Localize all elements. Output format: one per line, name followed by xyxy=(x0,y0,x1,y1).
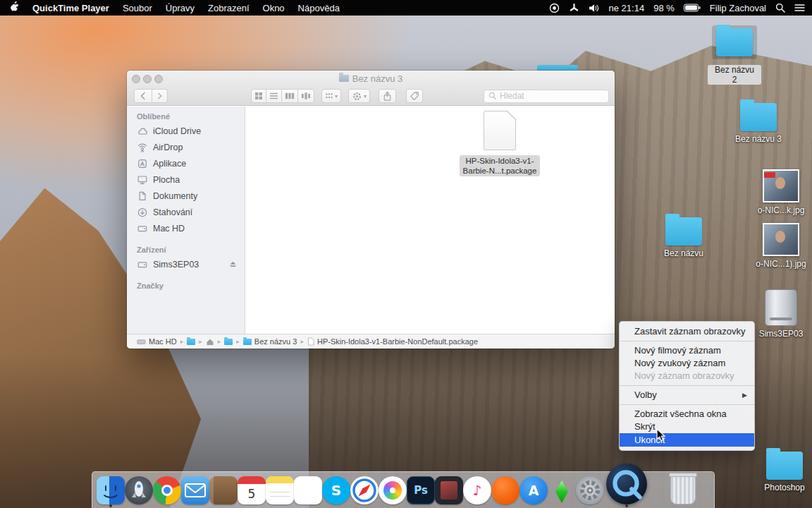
sidebar-item-aplikace[interactable]: Aplikace xyxy=(127,155,245,171)
path-separator-icon: ▸ xyxy=(199,338,202,345)
share-button[interactable] xyxy=(379,89,396,103)
apple-menu-icon[interactable] xyxy=(10,1,19,14)
menu-item-new-movie-recording[interactable]: Nový filmový záznam xyxy=(620,344,754,357)
menu-zobrazeni[interactable]: Zobrazení xyxy=(208,3,250,13)
dock-item-photos[interactable] xyxy=(379,476,407,504)
user-menu[interactable]: Filip Zachoval xyxy=(710,3,766,13)
menu-item-new-audio-recording[interactable]: Nový zvukový záznam xyxy=(620,357,754,370)
sidebar-item-label: Mac HD xyxy=(153,224,185,234)
finder-content[interactable]: HP-Skin-Idola3-v1- Barbie-N...t.package xyxy=(245,107,615,334)
menu-item-options[interactable]: Volby ▶ xyxy=(620,389,754,401)
arrange-button[interactable]: ▾ xyxy=(321,89,341,103)
dock-item-chrome[interactable] xyxy=(153,476,181,504)
finder-sidebar: Oblíbené iCloud Drive AirDrop Aplikace P… xyxy=(127,107,245,334)
path-segment[interactable] xyxy=(187,339,195,345)
notification-center-icon[interactable] xyxy=(794,4,805,12)
path-segment[interactable] xyxy=(224,339,233,345)
dock-item-notes[interactable] xyxy=(266,476,294,504)
menu-item-hide[interactable]: Skrýt xyxy=(620,421,754,433)
desktop-icon-o-nic-k-jpg[interactable]: o-NIC...k.jpg xyxy=(754,169,808,215)
list-view-button[interactable] xyxy=(266,89,282,103)
menu-item-quit[interactable]: Ukončit xyxy=(620,433,754,447)
dock-item-skype[interactable]: S xyxy=(322,476,350,504)
dock-item-appstore[interactable]: A xyxy=(519,476,548,504)
window-title-text: Bez názvu 3 xyxy=(352,73,403,84)
search-input[interactable] xyxy=(500,91,598,101)
sidebar-item-airdrop[interactable]: AirDrop xyxy=(127,139,245,155)
menu-separator xyxy=(620,341,754,341)
screen-recording-stop-icon[interactable] xyxy=(549,3,560,13)
dock-item-photobooth[interactable] xyxy=(294,476,322,504)
path-segment-home[interactable] xyxy=(206,338,214,346)
finder-dock-icon xyxy=(97,476,125,504)
sidebar-item-mac-hd[interactable]: Mac HD xyxy=(127,220,245,236)
downloads-icon xyxy=(137,207,148,217)
menu-upravy[interactable]: Úpravy xyxy=(166,3,195,13)
desktop-icon-photoshop[interactable]: Photoshop xyxy=(758,452,811,492)
launchpad-dock-icon xyxy=(125,476,153,504)
dock-item-dark-app[interactable] xyxy=(435,476,463,504)
window-titlebar[interactable]: Bez názvu 3 ▾ ▾ xyxy=(127,71,615,106)
dock-item-safari[interactable] xyxy=(350,476,379,504)
dock-item-mail[interactable] xyxy=(181,476,209,504)
dock-item-finder[interactable] xyxy=(97,476,125,504)
app-menu-title[interactable]: QuickTime Player xyxy=(32,3,109,13)
tags-button[interactable] xyxy=(406,89,423,103)
dock-item-quicktime[interactable] xyxy=(604,472,649,504)
path-segment-file[interactable]: HP-Skin-Idola3-v1-Barbie-NonDefault.pack… xyxy=(307,337,478,346)
path-segment-folder[interactable]: Bez názvu 3 xyxy=(243,337,297,346)
search-field[interactable] xyxy=(484,90,609,103)
folder-mini-icon xyxy=(187,339,195,345)
folder-icon xyxy=(665,217,702,246)
mail-dock-icon xyxy=(181,476,209,504)
dock-item-system-preferences[interactable] xyxy=(576,476,604,504)
icon-view-button[interactable] xyxy=(251,89,266,103)
desktop-icon-bez-nazvu[interactable]: Bez názvu xyxy=(657,217,710,258)
running-indicator xyxy=(625,504,628,507)
finder-window: Bez názvu 3 ▾ ▾ xyxy=(127,71,615,349)
file-item[interactable]: HP-Skin-Idola3-v1- Barbie-N...t.package xyxy=(454,111,546,176)
action-gear-button[interactable]: ▾ xyxy=(348,89,370,103)
eject-icon[interactable] xyxy=(228,260,238,268)
path-separator-icon: ▸ xyxy=(300,338,304,345)
battery-icon[interactable] xyxy=(684,4,701,12)
sidebar-item-icloud-drive[interactable]: iCloud Drive xyxy=(127,123,245,139)
sidebar-item-sims3ep03[interactable]: Sims3EP03 xyxy=(127,256,245,272)
back-button[interactable] xyxy=(134,89,152,103)
dock-item-origin[interactable] xyxy=(491,476,519,504)
coverflow-view-button[interactable] xyxy=(298,89,314,103)
menu-napoveda[interactable]: Nápověda xyxy=(298,3,340,13)
desktop-icon-sims3ep03-disk[interactable]: Sims3EP03 xyxy=(754,289,808,339)
dock-item-launchpad[interactable] xyxy=(125,476,153,504)
menu-soubor[interactable]: Soubor xyxy=(123,3,152,13)
dock-item-photoshop[interactable]: Ps xyxy=(407,476,435,504)
sidebar-header-devices: Zařízení xyxy=(127,246,245,256)
menu-item-show-all-windows[interactable]: Zobrazit všechna okna xyxy=(620,408,754,421)
menu-item-stop-screen-recording[interactable]: Zastavit záznam obrazovky xyxy=(620,325,754,338)
dock-item-calendar[interactable]: 5 xyxy=(238,476,266,504)
column-view-button[interactable] xyxy=(282,89,298,103)
desktop-icon-o-nic-1-jpg[interactable]: o-NIC...1).jpg xyxy=(754,223,808,269)
sidebar-item-plocha[interactable]: Plocha xyxy=(127,171,245,188)
path-segment-root[interactable]: Mac HD xyxy=(137,337,177,346)
dock-item-trash[interactable] xyxy=(662,474,704,504)
folder-mini-icon xyxy=(243,339,252,345)
menu-okno[interactable]: Okno xyxy=(263,3,285,13)
dock-item-sims3[interactable] xyxy=(548,480,576,504)
dock-item-itunes[interactable]: ♪ xyxy=(463,476,491,504)
forward-button[interactable] xyxy=(152,89,168,103)
airplay-fan-icon[interactable] xyxy=(569,3,579,13)
desktop-icon-bez-nazvu-2[interactable]: Bez názvu 2 xyxy=(708,25,761,85)
toolbar: ▾ ▾ xyxy=(127,87,615,105)
sidebar-item-dokumenty[interactable]: Dokumenty xyxy=(127,188,245,204)
safari-dock-icon xyxy=(350,476,379,504)
path-separator-icon: ▸ xyxy=(180,338,184,345)
dock-item-notebook[interactable] xyxy=(209,476,238,504)
file-label: HP-Skin-Idola3-v1- Barbie-N...t.package xyxy=(460,155,541,176)
sidebar-item-stahovani[interactable]: Stahování xyxy=(127,204,245,220)
spotlight-icon[interactable] xyxy=(775,3,785,13)
menu-clock[interactable]: ne 21:14 xyxy=(609,3,645,13)
folder-icon xyxy=(716,28,753,56)
desktop-icon-bez-nazvu-3[interactable]: Bez názvu 3 xyxy=(732,103,785,144)
volume-icon[interactable] xyxy=(589,4,600,13)
